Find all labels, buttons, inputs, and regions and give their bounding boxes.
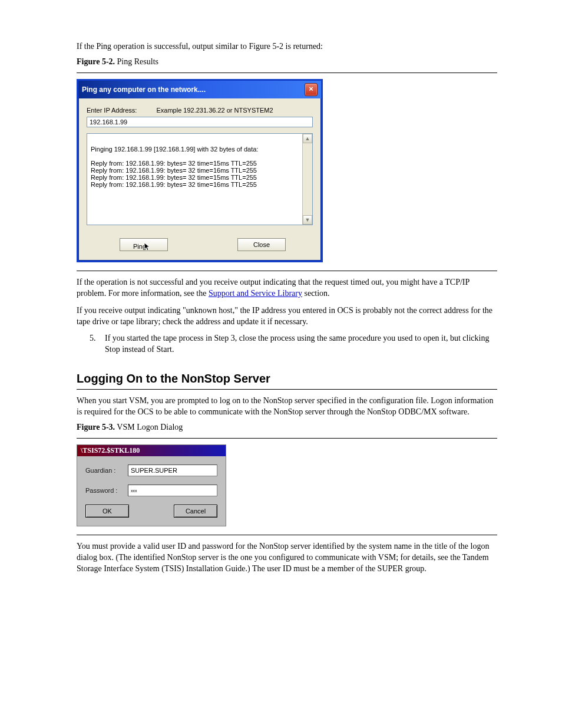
scroll-up-icon[interactable]: ▲ bbox=[303, 134, 312, 143]
logon-heading: Logging On to the NonStop Server bbox=[77, 372, 497, 386]
ping-label-row: Enter IP Address: Example 192.231.36.22 … bbox=[87, 107, 313, 114]
figure-3-caption-bold: Figure 5-3. bbox=[77, 423, 115, 431]
ip-address-input[interactable] bbox=[87, 117, 313, 127]
cursor-icon bbox=[144, 242, 152, 252]
figure-3-caption: Figure 5-3. VSM Logon Dialog bbox=[77, 423, 497, 432]
figure-2-caption-bold: Figure 5-2. bbox=[77, 57, 115, 66]
support-link[interactable]: Support and Service Library bbox=[209, 289, 302, 298]
step-5-text: If you started the tape process in Step … bbox=[105, 333, 497, 355]
divider bbox=[77, 438, 497, 439]
figure-2-caption-text: Ping Results bbox=[115, 57, 158, 66]
logon-paragraph-2: You must provide a valid user ID and pas… bbox=[77, 541, 497, 575]
close-icon[interactable]: × bbox=[305, 83, 318, 96]
ping-button[interactable]: Ping bbox=[120, 238, 168, 251]
ok-button[interactable]: OK bbox=[85, 505, 129, 518]
enter-ip-label: Enter IP Address: bbox=[87, 107, 137, 114]
ping-dialog: Ping any computer on the network.... × E… bbox=[77, 79, 323, 262]
ping-titlebar: Ping any computer on the network.... × bbox=[78, 81, 321, 98]
step-5: 5. If you started the tape process in St… bbox=[90, 333, 497, 355]
figure-3-caption-text: VSM Logon Dialog bbox=[115, 423, 183, 431]
password-label: Password : bbox=[85, 487, 128, 494]
close-button[interactable]: Close bbox=[237, 238, 286, 251]
logon-intro-paragraph: When you start VSM, you are prompted to … bbox=[77, 396, 497, 418]
step-5-number: 5. bbox=[90, 333, 99, 355]
post-ping-paragraph-1: If the operation is not successful and y… bbox=[77, 277, 497, 299]
cancel-button[interactable]: Cancel bbox=[174, 505, 217, 518]
scrollbar[interactable]: ▲ ▼ bbox=[302, 134, 312, 225]
post-ping-paragraph-2: If you receive output indicating "unknow… bbox=[77, 305, 497, 328]
logon-dialog: \TSIS72.$STKL180 Guardian : Password : O… bbox=[77, 444, 226, 526]
guardian-label: Guardian : bbox=[85, 467, 128, 474]
figure-2-caption: Figure 5-2. Ping Results bbox=[77, 57, 497, 67]
scroll-down-icon[interactable]: ▼ bbox=[303, 215, 312, 225]
ping-output-area: Pinging 192.168.1.99 [192.168.1.99] with… bbox=[87, 133, 313, 225]
ip-example-text: Example 192.231.36.22 or NTSYSTEM2 bbox=[156, 107, 273, 114]
ping-window-title: Ping any computer on the network.... bbox=[82, 85, 206, 94]
logon-titlebar: \TSIS72.$STKL180 bbox=[77, 445, 226, 456]
ping-output-text: Pinging 192.168.1.99 [192.168.1.99] with… bbox=[87, 134, 302, 225]
guardian-input[interactable] bbox=[128, 465, 217, 476]
divider bbox=[77, 73, 497, 73]
divider bbox=[77, 271, 497, 271]
divider bbox=[77, 535, 497, 535]
password-input[interactable] bbox=[128, 485, 217, 496]
divider bbox=[77, 389, 497, 390]
intro-paragraph: If the Ping operation is successful, out… bbox=[77, 41, 497, 52]
